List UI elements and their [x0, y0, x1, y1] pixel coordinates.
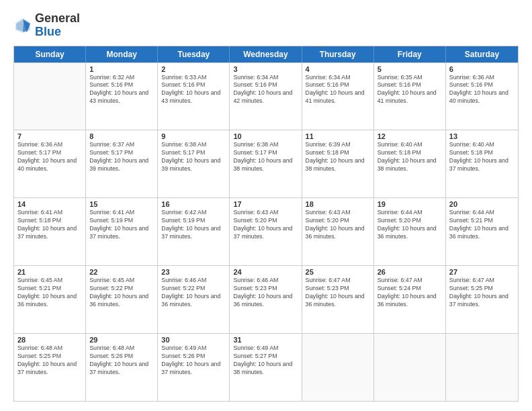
header-day-sunday: Sunday [14, 46, 86, 62]
cell-sun-info: Sunrise: 6:43 AMSunset: 5:20 PMDaylight:… [233, 209, 298, 241]
cell-sun-info: Sunrise: 6:46 AMSunset: 5:22 PMDaylight:… [161, 277, 226, 309]
day-number: 1 [89, 65, 154, 73]
day-number: 2 [161, 65, 226, 73]
calendar-cell: 30Sunrise: 6:49 AMSunset: 5:26 PMDayligh… [158, 334, 230, 401]
cell-sun-info: Sunrise: 6:33 AMSunset: 5:16 PMDaylight:… [161, 74, 226, 106]
day-number: 6 [449, 65, 515, 73]
day-number: 21 [17, 268, 82, 276]
calendar-header-row: SundayMondayTuesdayWednesdayThursdayFrid… [14, 46, 518, 62]
cell-sun-info: Sunrise: 6:37 AMSunset: 5:17 PMDaylight:… [89, 141, 154, 173]
calendar-cell: 19Sunrise: 6:44 AMSunset: 5:20 PMDayligh… [374, 198, 446, 265]
page: General Blue SundayMondayTuesdayWednesda… [0, 0, 532, 411]
day-number: 13 [449, 132, 515, 140]
header: General Blue [13, 12, 519, 39]
calendar-cell: 24Sunrise: 6:46 AMSunset: 5:23 PMDayligh… [230, 266, 302, 333]
day-number: 29 [89, 336, 154, 344]
calendar-cell: 11Sunrise: 6:39 AMSunset: 5:18 PMDayligh… [302, 130, 374, 197]
calendar-cell: 18Sunrise: 6:43 AMSunset: 5:20 PMDayligh… [302, 198, 374, 265]
day-number: 22 [89, 268, 154, 276]
calendar-cell: 14Sunrise: 6:41 AMSunset: 5:18 PMDayligh… [14, 198, 86, 265]
day-number: 14 [17, 200, 82, 208]
calendar-cell: 23Sunrise: 6:46 AMSunset: 5:22 PMDayligh… [158, 266, 230, 333]
cell-sun-info: Sunrise: 6:36 AMSunset: 5:16 PMDaylight:… [449, 74, 515, 106]
calendar-row-2: 7Sunrise: 6:36 AMSunset: 5:17 PMDaylight… [14, 130, 518, 197]
cell-sun-info: Sunrise: 6:49 AMSunset: 5:26 PMDaylight:… [161, 345, 226, 377]
calendar-cell: 7Sunrise: 6:36 AMSunset: 5:17 PMDaylight… [14, 130, 86, 197]
day-number: 26 [378, 268, 442, 276]
calendar-cell: 27Sunrise: 6:47 AMSunset: 5:25 PMDayligh… [446, 266, 518, 333]
day-number: 4 [306, 65, 370, 73]
cell-sun-info: Sunrise: 6:44 AMSunset: 5:20 PMDaylight:… [378, 209, 442, 241]
cell-sun-info: Sunrise: 6:45 AMSunset: 5:21 PMDaylight:… [17, 277, 82, 309]
logo: General Blue [13, 12, 80, 39]
calendar-cell: 26Sunrise: 6:47 AMSunset: 5:24 PMDayligh… [374, 266, 446, 333]
header-day-tuesday: Tuesday [158, 46, 230, 62]
day-number: 11 [306, 132, 370, 140]
calendar-cell [446, 334, 518, 401]
calendar-cell: 10Sunrise: 6:38 AMSunset: 5:17 PMDayligh… [230, 130, 302, 197]
header-day-friday: Friday [374, 46, 446, 62]
day-number: 18 [306, 200, 370, 208]
calendar-cell: 1Sunrise: 6:32 AMSunset: 5:16 PMDaylight… [86, 63, 158, 130]
calendar-cell: 5Sunrise: 6:35 AMSunset: 5:16 PMDaylight… [374, 63, 446, 130]
cell-sun-info: Sunrise: 6:40 AMSunset: 5:18 PMDaylight:… [449, 141, 515, 173]
cell-sun-info: Sunrise: 6:38 AMSunset: 5:17 PMDaylight:… [161, 141, 226, 173]
calendar-cell: 6Sunrise: 6:36 AMSunset: 5:16 PMDaylight… [446, 63, 518, 130]
header-day-wednesday: Wednesday [230, 46, 302, 62]
day-number: 12 [378, 132, 442, 140]
logo-text-block: General Blue [35, 12, 80, 39]
calendar-cell: 25Sunrise: 6:47 AMSunset: 5:23 PMDayligh… [302, 266, 374, 333]
calendar-cell: 22Sunrise: 6:45 AMSunset: 5:22 PMDayligh… [86, 266, 158, 333]
cell-sun-info: Sunrise: 6:39 AMSunset: 5:18 PMDaylight:… [306, 141, 370, 173]
cell-sun-info: Sunrise: 6:36 AMSunset: 5:17 PMDaylight:… [17, 141, 82, 173]
cell-sun-info: Sunrise: 6:32 AMSunset: 5:16 PMDaylight:… [89, 74, 154, 106]
cell-sun-info: Sunrise: 6:40 AMSunset: 5:18 PMDaylight:… [378, 141, 442, 173]
day-number: 31 [233, 336, 298, 344]
calendar-cell: 16Sunrise: 6:42 AMSunset: 5:19 PMDayligh… [158, 198, 230, 265]
calendar-row-1: 1Sunrise: 6:32 AMSunset: 5:16 PMDaylight… [14, 62, 518, 130]
day-number: 17 [233, 200, 298, 208]
cell-sun-info: Sunrise: 6:49 AMSunset: 5:27 PMDaylight:… [233, 345, 298, 377]
calendar-cell: 20Sunrise: 6:44 AMSunset: 5:21 PMDayligh… [446, 198, 518, 265]
calendar-cell: 12Sunrise: 6:40 AMSunset: 5:18 PMDayligh… [374, 130, 446, 197]
calendar-cell: 29Sunrise: 6:48 AMSunset: 5:26 PMDayligh… [86, 334, 158, 401]
header-day-monday: Monday [86, 46, 158, 62]
calendar-cell: 2Sunrise: 6:33 AMSunset: 5:16 PMDaylight… [158, 63, 230, 130]
day-number: 30 [161, 336, 226, 344]
cell-sun-info: Sunrise: 6:34 AMSunset: 5:16 PMDaylight:… [306, 74, 370, 106]
cell-sun-info: Sunrise: 6:46 AMSunset: 5:23 PMDaylight:… [233, 277, 298, 309]
header-day-thursday: Thursday [302, 46, 374, 62]
calendar-body: 1Sunrise: 6:32 AMSunset: 5:16 PMDaylight… [14, 62, 518, 401]
calendar-cell [14, 63, 86, 130]
cell-sun-info: Sunrise: 6:44 AMSunset: 5:21 PMDaylight:… [449, 209, 515, 241]
cell-sun-info: Sunrise: 6:34 AMSunset: 5:16 PMDaylight:… [233, 74, 298, 106]
cell-sun-info: Sunrise: 6:48 AMSunset: 5:25 PMDaylight:… [17, 345, 82, 377]
day-number: 27 [449, 268, 515, 276]
cell-sun-info: Sunrise: 6:45 AMSunset: 5:22 PMDaylight:… [89, 277, 154, 309]
cell-sun-info: Sunrise: 6:47 AMSunset: 5:23 PMDaylight:… [306, 277, 370, 309]
day-number: 5 [378, 65, 442, 73]
day-number: 19 [378, 200, 442, 208]
cell-sun-info: Sunrise: 6:35 AMSunset: 5:16 PMDaylight:… [378, 74, 442, 106]
day-number: 15 [89, 200, 154, 208]
cell-sun-info: Sunrise: 6:47 AMSunset: 5:24 PMDaylight:… [378, 277, 442, 309]
calendar-cell: 8Sunrise: 6:37 AMSunset: 5:17 PMDaylight… [86, 130, 158, 197]
day-number: 16 [161, 200, 226, 208]
day-number: 10 [233, 132, 298, 140]
calendar-cell: 4Sunrise: 6:34 AMSunset: 5:16 PMDaylight… [302, 63, 374, 130]
day-number: 20 [449, 200, 515, 208]
calendar-cell: 3Sunrise: 6:34 AMSunset: 5:16 PMDaylight… [230, 63, 302, 130]
logo-icon [13, 16, 32, 35]
header-day-saturday: Saturday [446, 46, 518, 62]
calendar-cell: 21Sunrise: 6:45 AMSunset: 5:21 PMDayligh… [14, 266, 86, 333]
calendar-cell: 28Sunrise: 6:48 AMSunset: 5:25 PMDayligh… [14, 334, 86, 401]
day-number: 3 [233, 65, 298, 73]
calendar-row-4: 21Sunrise: 6:45 AMSunset: 5:21 PMDayligh… [14, 265, 518, 333]
calendar-row-3: 14Sunrise: 6:41 AMSunset: 5:18 PMDayligh… [14, 197, 518, 265]
cell-sun-info: Sunrise: 6:47 AMSunset: 5:25 PMDaylight:… [449, 277, 515, 309]
calendar-cell: 15Sunrise: 6:41 AMSunset: 5:19 PMDayligh… [86, 198, 158, 265]
calendar-cell: 9Sunrise: 6:38 AMSunset: 5:17 PMDaylight… [158, 130, 230, 197]
calendar: SundayMondayTuesdayWednesdayThursdayFrid… [13, 46, 519, 402]
cell-sun-info: Sunrise: 6:41 AMSunset: 5:19 PMDaylight:… [89, 209, 154, 241]
day-number: 7 [17, 132, 82, 140]
